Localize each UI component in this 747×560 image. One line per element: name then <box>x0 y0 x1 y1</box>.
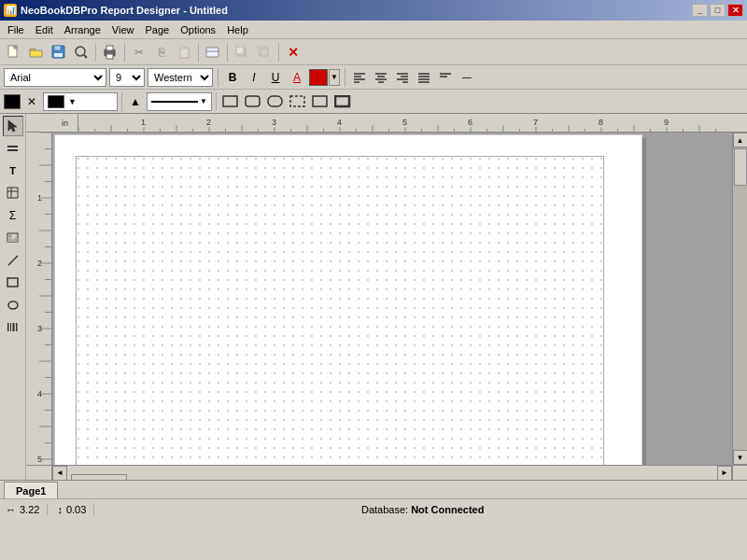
align-btn5[interactable] <box>436 68 455 87</box>
line-thickness-up[interactable]: ▲ <box>126 92 145 111</box>
tool-text[interactable]: T <box>3 161 23 181</box>
svg-rect-44 <box>7 146 18 147</box>
h-scrollbar-area: ◄ ► <box>26 465 747 480</box>
y-coord-icon: ↕ <box>57 504 63 515</box>
main-area: T Σ in <box>0 114 747 480</box>
copy-button[interactable]: ⎘ <box>151 42 172 63</box>
separator4 <box>227 43 228 62</box>
separator5 <box>278 43 279 62</box>
shape-rect3-button[interactable] <box>265 92 286 111</box>
tool-sum[interactable]: Σ <box>3 205 23 226</box>
svg-rect-45 <box>7 149 18 151</box>
align-center-button[interactable] <box>372 68 390 87</box>
scroll-up-button[interactable]: ▲ <box>733 133 748 147</box>
vertical-scrollbar[interactable]: ▲ ▼ <box>732 133 747 465</box>
page-white[interactable] <box>54 134 642 465</box>
font-color-button[interactable]: A <box>288 68 306 87</box>
tool-rect[interactable] <box>3 273 23 293</box>
separator7 <box>345 68 345 87</box>
font-charset-select[interactable]: Western <box>148 68 213 87</box>
svg-point-8 <box>76 47 85 56</box>
cross-button[interactable]: ✕ <box>22 92 41 111</box>
shape-rect5-button[interactable] <box>310 92 331 111</box>
bold-button[interactable]: B <box>223 68 242 87</box>
title-bar-controls[interactable]: _ □ ✕ <box>692 4 743 17</box>
align-justify-button[interactable] <box>415 68 433 87</box>
menu-arrange[interactable]: Arrange <box>59 22 106 37</box>
scroll-left-button[interactable]: ◄ <box>52 466 67 481</box>
scrollbar-corner-right <box>732 466 747 480</box>
minimize-button[interactable]: _ <box>692 4 708 17</box>
horizontal-scrollbar[interactable]: ◄ ► <box>52 466 732 480</box>
open-button[interactable] <box>26 42 47 63</box>
shape-rect2-button[interactable] <box>243 92 263 111</box>
preview-button[interactable] <box>71 42 92 63</box>
paste-button[interactable]: 📋 <box>174 42 194 63</box>
align-btn6[interactable]: — <box>458 68 476 87</box>
shape-rect6-button[interactable] <box>332 92 353 111</box>
shape-rect1-button[interactable] <box>220 92 241 111</box>
tool-db-text[interactable] <box>3 183 23 203</box>
scrollbar-corner <box>26 466 52 480</box>
h-scroll-thumb[interactable] <box>71 474 127 481</box>
tool-line[interactable] <box>3 250 23 271</box>
delete-button[interactable]: ✕ <box>283 42 303 63</box>
menu-file[interactable]: File <box>2 22 30 37</box>
tool-image[interactable] <box>3 228 23 248</box>
align-left-button[interactable] <box>350 68 369 87</box>
menu-page[interactable]: Page <box>140 22 176 37</box>
menu-help[interactable]: Help <box>221 22 254 37</box>
fill-color-selector[interactable]: ▼ <box>43 92 118 111</box>
menu-view[interactable]: View <box>106 22 140 37</box>
svg-marker-43 <box>8 120 17 132</box>
tool-band[interactable] <box>3 138 23 159</box>
svg-rect-18 <box>261 49 268 56</box>
font-size-select[interactable]: 9 <box>109 68 145 87</box>
scroll-track-v[interactable] <box>733 147 747 450</box>
save-button[interactable] <box>49 42 69 63</box>
menu-options[interactable]: Options <box>175 22 221 37</box>
font-name-select[interactable]: Arial <box>4 68 106 87</box>
shape-rect4-button[interactable] <box>288 92 308 111</box>
maximize-button[interactable]: □ <box>710 4 726 17</box>
new-button[interactable] <box>4 42 24 63</box>
separator3 <box>198 43 199 62</box>
cut-button[interactable]: ✂ <box>129 42 149 63</box>
underline-button[interactable]: U <box>266 68 285 87</box>
font-color-dropdown[interactable]: ▼ <box>329 69 340 86</box>
menu-edit[interactable]: Edit <box>30 22 59 37</box>
separator9 <box>216 92 217 111</box>
tab-page1[interactable]: Page1 <box>4 482 58 498</box>
line-color-swatch[interactable] <box>4 94 21 109</box>
close-button[interactable]: ✕ <box>727 4 743 17</box>
svg-rect-56 <box>12 323 14 331</box>
scroll-thumb-v[interactable] <box>734 148 747 186</box>
scroll-down-button[interactable]: ▼ <box>733 450 748 465</box>
ruler-unit: in <box>52 114 78 132</box>
separator8 <box>121 92 122 111</box>
content-row: ▲ ▼ <box>26 133 747 465</box>
arrange1-button[interactable] <box>232 42 252 63</box>
font-color-swatch[interactable] <box>309 69 328 86</box>
open2-button[interactable] <box>203 42 223 63</box>
italic-button[interactable]: I <box>245 68 263 87</box>
page-canvas[interactable] <box>52 133 732 465</box>
arrange2-button[interactable] <box>254 42 275 63</box>
scroll-right-button[interactable]: ► <box>717 466 732 481</box>
align-right-button[interactable] <box>393 68 412 87</box>
line-style-selector[interactable]: ▼ <box>147 92 212 111</box>
font-color-box: ▼ <box>309 69 340 86</box>
tool-ellipse[interactable] <box>3 295 23 315</box>
margin-rect <box>76 156 604 465</box>
status-bar: ↔ 3.22 ↕ 0.03 Database: Not Connected <box>0 498 747 519</box>
title-bar: 📊 NeoBookDBPro Report Designer - Untitle… <box>0 0 747 21</box>
svg-rect-4 <box>30 50 42 57</box>
fill-color-box <box>48 95 64 108</box>
svg-point-53 <box>8 301 18 309</box>
app-icon: 📊 <box>4 4 17 17</box>
print-button[interactable] <box>100 42 120 63</box>
tool-barcode[interactable] <box>3 317 23 338</box>
db-status-section: Database: Not Connected <box>361 504 484 515</box>
tool-select[interactable] <box>3 116 23 136</box>
line-dropdown: ▼ <box>200 97 207 105</box>
